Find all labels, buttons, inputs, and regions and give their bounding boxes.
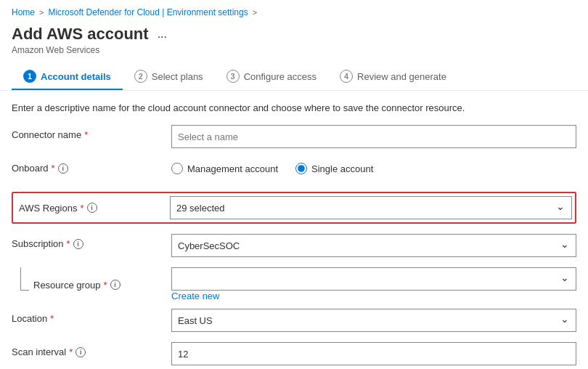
onboard-row: Onboard * i Management account Single ac… [12, 158, 576, 182]
scan-interval-required: * [69, 346, 73, 357]
resource-group-label: Resource group * i [29, 275, 121, 291]
onboard-required: * [52, 163, 55, 174]
location-required: * [50, 313, 54, 324]
single-account-radio[interactable] [295, 163, 307, 174]
form-content: Enter a descriptive name for the cloud a… [0, 91, 588, 369]
connector-name-input[interactable] [171, 125, 576, 148]
aws-regions-info-icon[interactable]: i [87, 203, 97, 213]
aws-regions-label: AWS Regions * i [16, 198, 170, 218]
onboard-info-icon[interactable]: i [58, 163, 68, 174]
breadcrumb: Home > Microsoft Defender for Cloud | En… [0, 0, 588, 22]
create-new-link[interactable]: Create new [171, 291, 219, 301]
connector-name-required: * [84, 129, 88, 140]
tab-number-1: 1 [23, 70, 36, 83]
location-select[interactable]: East US [171, 309, 576, 332]
management-account-option[interactable]: Management account [171, 163, 278, 174]
tab-number-4: 4 [340, 70, 353, 83]
location-select-wrapper: East US [171, 309, 576, 332]
page-header: Add AWS account ... Amazon Web Services [0, 22, 588, 55]
aws-regions-select-wrapper: 29 selected [170, 196, 572, 219]
breadcrumb-chevron-1: > [39, 8, 44, 17]
aws-regions-row: AWS Regions * i 29 selected [12, 192, 576, 224]
breadcrumb-chevron-2: > [253, 8, 257, 17]
page-title-text: Add AWS account [12, 25, 149, 44]
subscription-required: * [67, 238, 70, 249]
location-control: East US [171, 309, 576, 332]
single-account-label: Single account [311, 163, 373, 174]
subscription-info-icon[interactable]: i [73, 239, 83, 249]
tab-number-3: 3 [226, 70, 240, 83]
resource-group-required: * [104, 280, 107, 291]
subscription-select-wrapper: CyberSecSOC [171, 234, 576, 257]
breadcrumb-defender[interactable]: Microsoft Defender for Cloud | Environme… [48, 7, 248, 17]
indent-line [20, 267, 29, 291]
single-account-option[interactable]: Single account [295, 163, 373, 174]
subscription-control: CyberSecSOC [171, 234, 576, 257]
resource-group-select-wrapper [171, 267, 576, 291]
scan-interval-input[interactable] [171, 342, 576, 365]
resource-group-row: Resource group * i Create new [12, 267, 576, 307]
breadcrumb-home[interactable]: Home [12, 7, 35, 17]
aws-regions-required: * [80, 203, 83, 214]
tab-configure-access[interactable]: 3 Configure access [215, 64, 328, 90]
subscription-row: Subscription * i CyberSecSOC [12, 234, 576, 257]
tab-number-2: 2 [134, 70, 147, 83]
aws-regions-control: 29 selected [170, 196, 572, 219]
resource-group-info-icon[interactable]: i [110, 280, 121, 290]
location-row: Location * East US [12, 309, 576, 332]
form-description: Enter a descriptive name for the cloud a… [12, 102, 576, 113]
management-account-radio[interactable] [171, 163, 183, 174]
connector-name-control [171, 125, 576, 148]
subscription-select[interactable]: CyberSecSOC [171, 234, 576, 257]
resource-indent: Resource group * i [12, 267, 171, 298]
aws-regions-select[interactable]: 29 selected [170, 196, 572, 219]
connector-name-row: Connector name * [12, 125, 576, 148]
tab-label-3: Configure access [244, 71, 317, 82]
connector-name-label: Connector name * [12, 125, 171, 140]
onboard-label: Onboard * i [12, 158, 171, 174]
tab-select-plans[interactable]: 2 Select plans [123, 64, 215, 90]
tab-label-2: Select plans [152, 71, 203, 82]
subscription-label: Subscription * i [12, 234, 171, 249]
wizard-tabs: 1 Account details 2 Select plans 3 Confi… [0, 64, 588, 91]
scan-interval-control [171, 342, 576, 365]
scan-interval-row: Scan interval * i [12, 342, 576, 365]
scan-interval-label: Scan interval * i [12, 342, 171, 357]
tab-label-1: Account details [41, 71, 111, 82]
tab-account-details[interactable]: 1 Account details [12, 64, 123, 90]
tab-review-generate[interactable]: 4 Review and generate [328, 64, 458, 90]
scan-interval-info-icon[interactable]: i [75, 347, 86, 357]
resource-group-control: Create new [171, 267, 576, 307]
tab-label-4: Review and generate [357, 71, 446, 82]
onboard-radio-group: Management account Single account [171, 158, 576, 174]
resource-group-select[interactable] [171, 267, 576, 291]
page-subtitle: Amazon Web Services [12, 45, 576, 55]
ellipsis-button[interactable]: ... [155, 28, 170, 41]
location-label: Location * [12, 309, 171, 324]
management-account-label: Management account [187, 163, 278, 174]
